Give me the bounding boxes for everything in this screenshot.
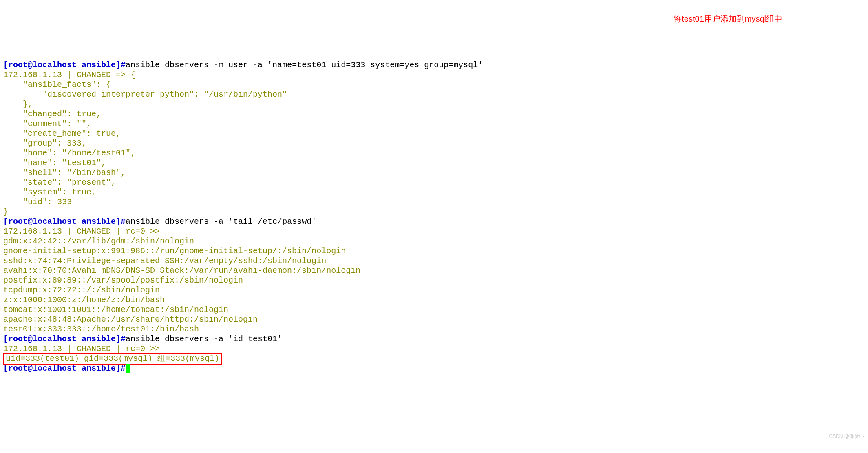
output-line: gdm:x:42:42::/var/lib/gdm:/sbin/nologin — [3, 236, 194, 246]
output-line: "discovered_interpreter_python": "/usr/b… — [3, 90, 287, 99]
output-line: z:x:1000:1000:z:/home/z:/bin/bash — [3, 295, 165, 305]
shell-prompt: [root@localhost ansible]# — [3, 364, 126, 373]
output-line: uid=333(test01) gid=333(mysql) 组=333(mys… — [6, 354, 219, 363]
output-header: 172.168.1.13 | CHANGED | rc=0 >> — [3, 227, 160, 236]
output-line: gnome-initial-setup:x:991:986::/run/gnom… — [3, 246, 346, 256]
output-line: "shell": "/bin/bash", — [3, 168, 126, 177]
cursor-icon[interactable] — [126, 364, 130, 373]
highlighted-output: uid=333(test01) gid=333(mysql) 组=333(mys… — [3, 353, 222, 365]
output-line: test01:x:333:333::/home/test01:/bin/bash — [3, 325, 199, 334]
watermark-text: CSDN @保梦い — [829, 431, 864, 441]
command-text: ansible dbservers -a 'id test01' — [126, 334, 282, 344]
output-line: "group": 333, — [3, 139, 86, 148]
output-line: "system": true, — [3, 188, 96, 197]
output-line: tomcat:x:1001:1001::/home/tomcat:/sbin/n… — [3, 305, 228, 314]
output-line: "changed": true, — [3, 109, 101, 119]
output-line: "name": "test01", — [3, 158, 106, 168]
command-text: ansible dbservers -m user -a 'name=test0… — [126, 60, 483, 70]
output-line: sshd:x:74:74:Privilege-separated SSH:/va… — [3, 256, 326, 265]
terminal-output: [root@localhost ansible]#ansible dbserve… — [3, 60, 865, 373]
output-line: "ansible_facts": { — [3, 80, 111, 89]
output-header: 172.168.1.13 | CHANGED => { — [3, 70, 135, 80]
output-line: } — [3, 207, 8, 217]
command-text: ansible dbservers -a 'tail /etc/passwd' — [126, 217, 316, 226]
output-line: postfix:x:89:89::/var/spool/postfix:/sbi… — [3, 276, 243, 285]
output-line: "comment": "", — [3, 119, 91, 128]
output-line: "uid": 333 — [3, 197, 72, 207]
shell-prompt: [root@localhost ansible]# — [3, 334, 126, 344]
output-line: "state": "present", — [3, 178, 116, 187]
annotation-text: 将test01用户添加到mysql组中 — [674, 14, 782, 24]
output-line: "create_home": true, — [3, 129, 121, 138]
output-line: avahi:x:70:70:Avahi mDNS/DNS-SD Stack:/v… — [3, 266, 360, 275]
output-line: "home": "/home/test01", — [3, 148, 135, 158]
output-line: }, — [3, 99, 33, 109]
shell-prompt: [root@localhost ansible]# — [3, 217, 126, 226]
output-line: tcpdump:x:72:72::/:/sbin/nologin — [3, 285, 160, 295]
output-header: 172.168.1.13 | CHANGED | rc=0 >> — [3, 344, 160, 354]
shell-prompt: [root@localhost ansible]# — [3, 60, 126, 70]
output-line: apache:x:48:48:Apache:/usr/share/httpd:/… — [3, 315, 258, 324]
